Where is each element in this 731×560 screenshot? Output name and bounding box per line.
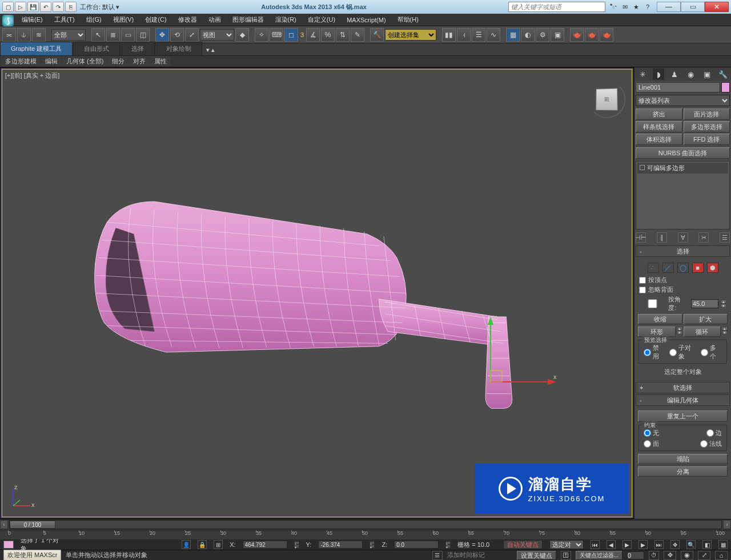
subtab-align[interactable]: 对齐	[129, 56, 150, 67]
menu-render[interactable]: 渲染(R)	[270, 14, 302, 26]
select-name-icon[interactable]: ≣	[106, 28, 120, 42]
workspace-label[interactable]: 工作台: 默认	[80, 3, 115, 11]
cp-create-icon[interactable]: ✳	[637, 69, 648, 80]
undo-icon[interactable]: ↶	[40, 2, 51, 12]
comm-center-icon[interactable]: ✉	[620, 2, 629, 11]
curve-editor-icon[interactable]: ∿	[487, 28, 500, 42]
render-setup-icon[interactable]: ⚙	[536, 28, 549, 42]
menu-create[interactable]: 创建(C)	[139, 14, 172, 26]
pin-stack-icon[interactable]: ⊣⊢	[636, 232, 646, 243]
subtab-props[interactable]: 属性	[150, 56, 171, 67]
lock-icon[interactable]: 👤	[182, 540, 191, 549]
create-selection-set-dd[interactable]: 创建选择集	[385, 29, 436, 41]
menu-grapheditor[interactable]: 图形编辑器	[227, 14, 270, 26]
cp-display-icon[interactable]: ▣	[701, 69, 713, 80]
modifier-list-dd[interactable]: 修改器列表	[636, 95, 730, 106]
btn-vol-sel[interactable]: 体积选择	[636, 134, 682, 145]
menu-maxscript[interactable]: MAXScript(M)	[341, 15, 391, 25]
radio-subobj[interactable]	[669, 349, 677, 356]
object-name-field[interactable]	[636, 82, 720, 92]
select-window-icon[interactable]: ◫	[136, 28, 150, 42]
help-icon[interactable]: ?	[643, 2, 652, 11]
menu-modifiers[interactable]: 修改器	[172, 14, 203, 26]
btn-patch-sel[interactable]: 面片选择	[684, 108, 730, 120]
configure-icon[interactable]: ☰	[720, 232, 730, 243]
btn-detach[interactable]: 分离	[638, 466, 728, 477]
menu-view[interactable]: 视图(V)	[107, 14, 140, 26]
chk-ignore-backface[interactable]	[639, 287, 646, 293]
play-icon[interactable]: ▶	[622, 540, 632, 549]
spin-down-icon[interactable]: ▾	[721, 304, 726, 308]
menu-edit[interactable]: 编辑(E)	[16, 14, 49, 26]
subtab-polymodel[interactable]: 多边形建模	[1, 56, 41, 67]
spin-up-icon[interactable]: ▴	[721, 300, 726, 304]
btn-ffd-sel[interactable]: FFD 选择	[684, 134, 730, 145]
open-icon[interactable]: ▷	[15, 2, 26, 12]
nav-max-icon[interactable]: ⤢	[698, 551, 710, 560]
play-end-icon[interactable]: ⏭	[654, 540, 664, 549]
key-mode-icon[interactable]: ⚿	[561, 551, 571, 560]
btn-poly-sel[interactable]: 多边形选择	[684, 121, 730, 132]
so-vertex-icon[interactable]: ∴	[648, 263, 659, 273]
close-button[interactable]: ✕	[705, 2, 729, 12]
menu-group[interactable]: 组(G)	[81, 14, 107, 26]
nav-pan-icon[interactable]: ✥	[670, 540, 680, 549]
snap-angle-icon[interactable]: ∡	[306, 28, 320, 42]
track-next-icon[interactable]: ›	[723, 520, 731, 529]
radio-c-normal[interactable]	[700, 440, 708, 448]
ribbon-expand-icon[interactable]: ▾ ▴	[203, 45, 218, 55]
subtab-edit[interactable]: 编辑	[41, 56, 62, 67]
show-end-icon[interactable]: ∥	[657, 232, 667, 243]
link-tool-icon[interactable]: ⫘	[2, 28, 16, 42]
object-color-swatch[interactable]	[721, 82, 730, 92]
schematic-icon[interactable]: ▦	[506, 28, 520, 42]
unlink-tool-icon[interactable]: ⫝	[17, 28, 31, 42]
btn-extrude[interactable]: 挤出	[636, 108, 682, 120]
cp-utilities-icon[interactable]: 🔧	[717, 69, 729, 80]
add-time-marker[interactable]: 添加时间标记	[447, 551, 485, 559]
time-slider-thumb[interactable]: 0 / 100	[10, 521, 55, 529]
btn-collapse[interactable]: 塌陷	[638, 454, 728, 464]
play-next-icon[interactable]: ▶	[638, 540, 648, 549]
redo-icon[interactable]: ↷	[53, 2, 64, 12]
named-set-edit-icon[interactable]: ✎	[351, 28, 364, 42]
y-field[interactable]	[318, 541, 363, 549]
rollout-selection[interactable]: -选择	[636, 245, 730, 257]
nav-orbit-icon[interactable]: ✥	[664, 551, 676, 560]
render-iter-icon[interactable]: 🫖	[585, 28, 599, 42]
current-frame-field[interactable]	[627, 551, 644, 559]
nav-region-icon[interactable]: ▦	[718, 540, 728, 549]
x-field[interactable]	[243, 541, 287, 549]
bind-spacewarp-icon[interactable]: ≋	[32, 28, 46, 42]
transform-gizmo[interactable]: x y	[479, 262, 559, 388]
time-config-icon[interactable]: ⏱	[649, 551, 659, 560]
nav-walk-icon[interactable]: ◉	[681, 551, 693, 560]
nav-zoom-icon[interactable]: 🔍	[686, 540, 696, 549]
tab-graphite[interactable]: Graphite 建模工具	[0, 42, 73, 55]
save-icon[interactable]: 💾	[27, 2, 39, 12]
move-tool-icon[interactable]: ✥	[155, 28, 169, 42]
hammer-icon[interactable]: 🔨	[370, 28, 384, 42]
binoculars-icon[interactable]: 🔭	[609, 2, 618, 11]
chk-by-vertex[interactable]	[639, 277, 646, 284]
link-icon[interactable]: ⎘	[65, 2, 77, 12]
menu-customize[interactable]: 自定义(U)	[302, 14, 341, 26]
new-icon[interactable]: ▢	[2, 2, 14, 12]
btn-nurbs-sel[interactable]: NURBS 曲面选择	[636, 147, 730, 159]
angle-field[interactable]	[691, 299, 718, 308]
radio-c-none[interactable]	[644, 429, 651, 437]
spinner-snap-icon[interactable]: ⇅	[336, 28, 350, 42]
coord-mode-icon[interactable]: ⊞	[214, 540, 223, 549]
minimize-button[interactable]: —	[657, 2, 681, 12]
menu-tools[interactable]: 工具(T)	[49, 14, 81, 26]
tab-paint[interactable]: 对象绘制	[155, 42, 202, 55]
search-input[interactable]	[508, 2, 605, 12]
so-polygon-icon[interactable]: ■	[692, 263, 704, 273]
key-set-dd[interactable]: 选定对	[549, 540, 584, 549]
welcome-badge[interactable]: 欢迎使用 MAXScr	[3, 550, 61, 560]
cp-modify-icon[interactable]: ◗	[653, 69, 664, 80]
nav-fov-icon[interactable]: ◧	[702, 540, 712, 549]
nav-home-icon[interactable]: ⌂	[715, 551, 728, 560]
render-prod-icon[interactable]: 🫖	[570, 28, 584, 42]
layers-icon[interactable]: ☰	[472, 28, 485, 42]
